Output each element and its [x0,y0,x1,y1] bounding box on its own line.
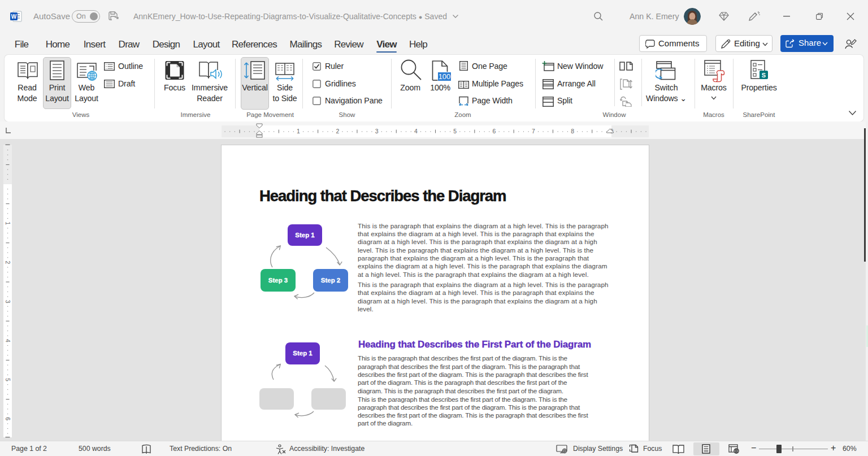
svg-text:W: W [11,14,17,20]
svg-text:4: 4 [5,339,11,342]
svg-text:7: 7 [532,128,535,134]
svg-text:4: 4 [414,128,418,134]
svg-text:1: 1 [5,222,11,225]
svg-text:5: 5 [5,378,11,381]
svg-text:100: 100 [439,72,451,81]
svg-text:5: 5 [453,128,457,134]
svg-text:3: 3 [375,128,379,134]
svg-text:2: 2 [5,260,11,264]
svg-text:8: 8 [571,128,574,134]
svg-text:3: 3 [5,300,11,303]
svg-text:6: 6 [5,417,11,420]
svg-text:S: S [762,72,766,79]
svg-text:2: 2 [336,128,339,134]
svg-text:1: 1 [297,128,300,134]
svg-text:6: 6 [493,128,496,134]
